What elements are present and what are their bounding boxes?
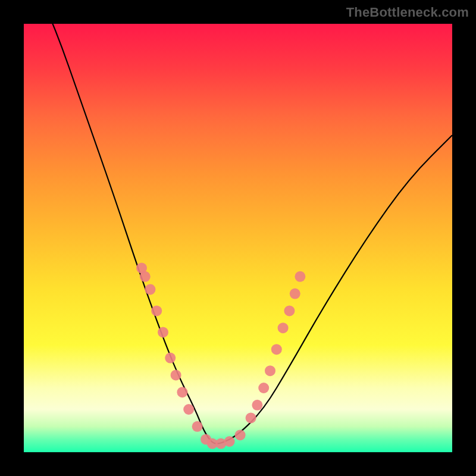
data-point	[171, 369, 181, 380]
chart-svg	[24, 24, 452, 452]
bottleneck-curve	[24, 0, 452, 444]
plot-area	[24, 24, 452, 452]
data-point	[192, 421, 203, 432]
data-point	[177, 387, 187, 397]
data-point	[140, 271, 151, 282]
data-point	[258, 383, 269, 393]
data-point	[235, 430, 246, 440]
data-point	[158, 327, 168, 337]
data-point	[284, 305, 295, 316]
attribution-text: TheBottleneck.com	[346, 5, 469, 20]
data-point	[295, 271, 305, 282]
data-markers	[136, 262, 305, 449]
data-point	[246, 412, 256, 423]
data-point	[165, 353, 176, 364]
data-point	[224, 436, 235, 447]
data-point	[265, 365, 275, 376]
data-point	[290, 289, 300, 299]
data-point	[252, 400, 262, 411]
data-point	[151, 305, 162, 316]
data-point	[271, 344, 282, 355]
data-point	[183, 404, 194, 415]
data-point	[145, 284, 155, 295]
data-point	[278, 322, 289, 333]
